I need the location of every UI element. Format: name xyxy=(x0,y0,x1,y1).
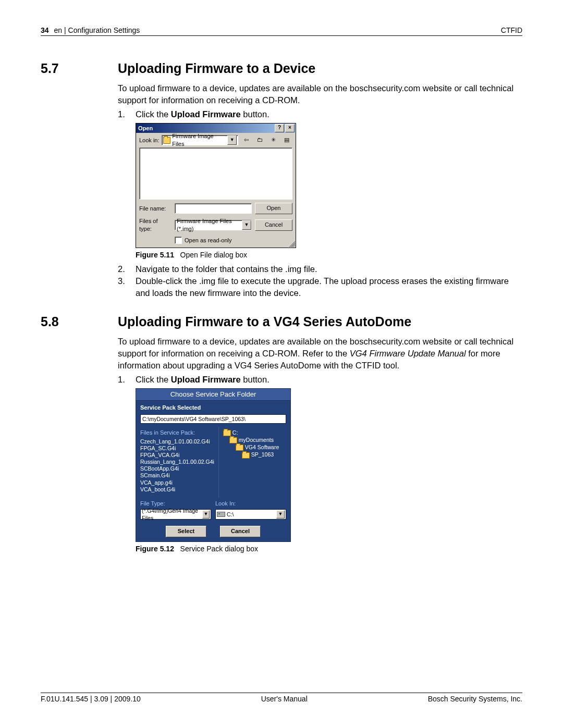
help-button[interactable]: ? xyxy=(275,124,284,132)
nav-back-icon[interactable]: ⇦ xyxy=(240,135,252,145)
drive-icon xyxy=(217,512,225,517)
open-button[interactable]: Open xyxy=(255,203,292,214)
folder-icon xyxy=(163,137,171,144)
folder-icon xyxy=(223,430,231,436)
section-number: 5.8 xyxy=(41,314,118,329)
footer-left: F.01U.141.545 | 3.09 | 2009.10 xyxy=(41,695,141,703)
select-button[interactable]: Select xyxy=(166,526,206,537)
list-item[interactable]: SCmain.G4i xyxy=(140,472,214,479)
section-5-8-body: To upload firmware to a device, updates … xyxy=(118,336,522,554)
view-menu-icon[interactable]: ▤ xyxy=(281,135,292,145)
files-of-type-value: Firmware Image Files (*.img) xyxy=(177,217,250,233)
figure-5-11: Open ? × Look in: Firmware Image Files ▼… xyxy=(136,123,522,248)
bold-text: Upload Firmware xyxy=(171,109,241,119)
list-item[interactable]: VCA_boot.G4i xyxy=(140,486,214,493)
figure-5-11-caption: Figure 5.11 Open File dialog box xyxy=(136,250,522,260)
new-folder-icon[interactable]: ✳ xyxy=(267,135,279,145)
resize-grip[interactable] xyxy=(289,241,295,247)
read-only-checkbox[interactable] xyxy=(175,237,182,244)
service-pack-dialog: Choose Service Pack Folder Service Pack … xyxy=(136,388,291,542)
list-item[interactable]: FPGA_SC.G4i xyxy=(140,445,214,452)
figure-caption-text: Open File dialog box xyxy=(180,251,247,259)
tree-node[interactable]: myDocuments xyxy=(223,436,286,443)
step-1: 1. Click the Upload Firmware button. xyxy=(118,374,522,386)
selected-path-field[interactable]: C:\myDocuments\VG4 Software\SP_1063\ xyxy=(140,414,286,424)
step-text: Click the Upload Firmware button. xyxy=(136,374,270,386)
cancel-button[interactable]: Cancel xyxy=(255,219,292,231)
step-number: 1. xyxy=(118,108,136,120)
file-name-input[interactable] xyxy=(175,203,252,214)
step-text: Click the Upload Firmware button. xyxy=(136,108,270,120)
dialog-title: Open xyxy=(138,125,153,132)
intro-paragraph: To upload firmware to a device, updates … xyxy=(118,82,522,106)
section-5-8-heading: 5.8 Uploading Firmware to a VG4 Series A… xyxy=(41,314,522,329)
file-type-dropdown[interactable]: (*.G4i/img)Gen4 Image Files ▼ xyxy=(140,509,211,520)
list-item[interactable]: VCA_app.g4i xyxy=(140,479,214,486)
step-2: 2. Navigate to the folder that contains … xyxy=(118,263,522,275)
look-in-dropdown[interactable]: Firmware Image Files ▼ xyxy=(162,135,238,145)
tree-label: myDocuments xyxy=(239,437,274,443)
intro-paragraph: To upload firmware to a device, updates … xyxy=(118,336,522,371)
file-list-area[interactable] xyxy=(139,147,292,200)
look-in-value: Firmware Image Files xyxy=(172,132,226,148)
bold-text: Upload Firmware xyxy=(171,375,241,384)
list-item[interactable]: Czech_Lang_1.01.00.02.G4i xyxy=(140,438,214,445)
nav-up-icon[interactable]: 🗀 xyxy=(254,135,265,145)
look-in-label: Look in: xyxy=(139,137,160,144)
files-in-pack-label: Files in Service Pack: xyxy=(140,429,214,437)
text: Click the xyxy=(136,375,171,384)
step-1: 1. Click the Upload Firmware button. xyxy=(118,108,522,120)
tree-label: VG4 Software xyxy=(245,444,279,450)
open-file-dialog: Open ? × Look in: Firmware Image Files ▼… xyxy=(136,123,296,248)
dialog-title: Choose Service Pack Folder xyxy=(136,389,290,401)
step-number: 1. xyxy=(118,374,136,386)
chevron-down-icon[interactable]: ▼ xyxy=(227,135,237,145)
files-of-type-dropdown[interactable]: Firmware Image Files (*.img) ▼ xyxy=(175,220,252,230)
page-number: 34 xyxy=(41,26,49,34)
tree-node[interactable]: VG4 Software xyxy=(223,443,286,451)
section-number: 5.7 xyxy=(41,61,118,76)
close-button[interactable]: × xyxy=(285,124,295,132)
file-type-value: (*.G4i/img)Gen4 Image Files xyxy=(142,507,202,522)
italic-text: VG4 Firmware Update Manual xyxy=(350,349,466,358)
footer-right: Bosch Security Systems, Inc. xyxy=(428,695,522,703)
tree-node[interactable]: SP_1063 xyxy=(223,451,286,458)
file-name-label: File name: xyxy=(139,205,172,213)
page-footer: F.01U.141.545 | 3.09 | 2009.10 User's Ma… xyxy=(41,693,522,703)
step-3: 3. Double-click the .img file to execute… xyxy=(118,275,522,299)
figure-label: Figure 5.12 xyxy=(136,545,174,553)
list-item[interactable]: SCBootApp.G4i xyxy=(140,465,214,472)
step-number: 3. xyxy=(118,275,136,299)
breadcrumb: en | Configuration Settings xyxy=(54,26,140,34)
section-title: Uploading Firmware to a Device xyxy=(118,61,315,76)
manual-page: 34 en | Configuration Settings CTFID 5.7… xyxy=(0,0,563,728)
list-item[interactable]: FPGA_VCA.G4i xyxy=(140,452,214,459)
chevron-down-icon[interactable]: ▼ xyxy=(276,510,285,519)
cancel-button[interactable]: Cancel xyxy=(220,526,261,537)
tree-label: C: xyxy=(232,429,238,436)
header-right: CTFID xyxy=(501,26,522,34)
files-in-pack-list[interactable]: Czech_Lang_1.01.00.02.G4i FPGA_SC.G4i FP… xyxy=(140,438,214,496)
files-of-type-label: Files of type: xyxy=(139,217,172,233)
chevron-down-icon[interactable]: ▼ xyxy=(242,220,251,230)
section-5-7-body: To upload firmware to a device, updates … xyxy=(118,82,522,299)
look-in-label: Look In: xyxy=(215,500,286,508)
list-item[interactable]: Russian_Lang_1.01.00.02.G4i xyxy=(140,459,214,465)
tree-label: SP_1063 xyxy=(251,451,274,458)
footer-center: User's Manual xyxy=(261,695,308,703)
look-in-dropdown[interactable]: C:\ ▼ xyxy=(215,509,286,520)
folder-tree[interactable]: C: myDocuments VG4 Software SP_1063 xyxy=(223,429,286,486)
step-text: Double-click the .img file to execute th… xyxy=(136,275,522,299)
dialog-subtitle: Service Pack Selected xyxy=(136,401,290,414)
section-5-7-heading: 5.7 Uploading Firmware to a Device xyxy=(41,61,522,76)
text: Click the xyxy=(136,109,171,119)
dialog-titlebar[interactable]: Open ? × xyxy=(136,124,296,133)
figure-5-12: Choose Service Pack Folder Service Pack … xyxy=(136,388,522,542)
folder-icon xyxy=(242,452,250,459)
tree-node[interactable]: C: xyxy=(223,429,286,436)
chevron-down-icon[interactable]: ▼ xyxy=(202,510,210,519)
page-header: 34 en | Configuration Settings CTFID xyxy=(41,26,522,36)
text: button. xyxy=(241,109,270,119)
step-text: Navigate to the folder that contains the… xyxy=(136,263,317,275)
figure-label: Figure 5.11 xyxy=(136,251,174,259)
